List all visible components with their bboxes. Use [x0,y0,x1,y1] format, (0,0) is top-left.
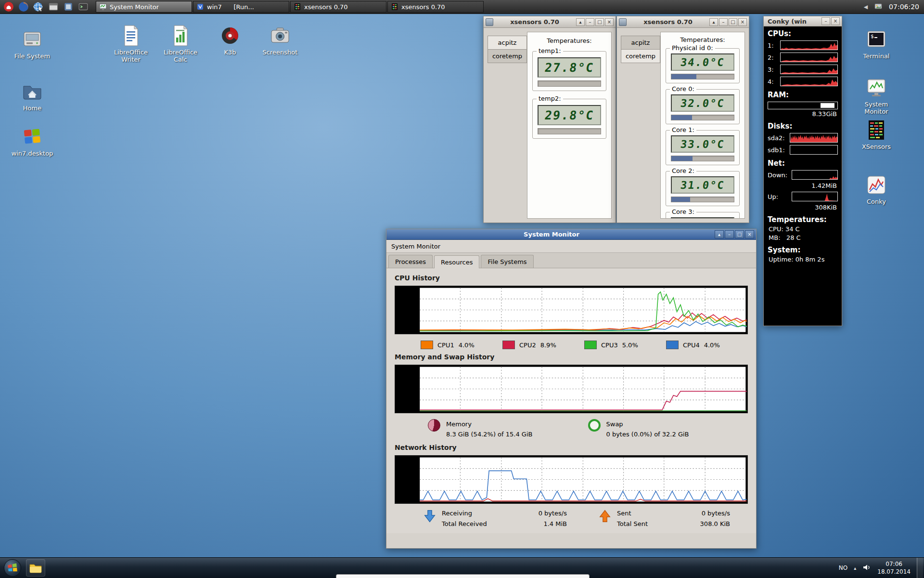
maximize-button[interactable]: □ [735,230,744,238]
tab-coretemp[interactable]: coretemp [488,49,527,63]
tab-processes[interactable]: Processes [388,255,433,268]
sda2-label: sda2: [768,134,790,142]
titlebar[interactable]: Conky (win – × [764,16,842,26]
show-desktop-button[interactable] [917,558,923,578]
tab-acpitz[interactable]: acpitz [621,36,660,50]
temperature-lcd: 29.8°C [538,105,601,125]
sensor-frame-physical-id-0: Physical id 0: 34.0°C [666,48,740,83]
sensor-chip-tabs: acpitz coretemp [621,32,660,219]
minimize-button[interactable]: – [725,230,734,238]
desktop-icon-file-system[interactable]: File System [9,28,55,60]
shade-button[interactable]: ▴ [709,18,718,26]
cpu1-swatch [421,341,433,349]
tab-coretemp[interactable]: coretemp [621,49,660,63]
maximize-button[interactable]: □ [595,18,604,26]
titlebar[interactable]: xsensors 0.70 ▴ – □ × [617,16,749,28]
titlebar[interactable]: System Monitor ▴ – □ × [386,229,756,240]
close-button[interactable]: × [605,18,614,26]
tray-expand-icon[interactable]: ▴ [854,565,856,571]
sensor-label: Core 0: [670,85,696,92]
desktop-icon-conky[interactable]: Conky [853,173,899,206]
xsensors-window-icon [391,3,398,11]
window-peek-strip[interactable] [336,574,590,578]
taskbar-explorer-button[interactable] [26,559,45,577]
titlebar[interactable]: xsensors 0.70 ▴ – □ × [484,16,616,28]
system-monitor-window: System Monitor ▴ – □ × System Monitor Pr… [386,229,757,549]
desktop-icon-terminal[interactable]: $ Terminal [853,28,899,60]
taskbar-clock[interactable]: 07:06 18.07.2014 [877,560,911,576]
panel-clock[interactable]: 07:06:20 [889,3,919,11]
file-system-icon [21,28,44,51]
task-button-system-monitor[interactable]: System Monitor [96,1,192,13]
menu-launcher-icon[interactable] [3,1,14,13]
desktop-icon-system-monitor[interactable]: System Monitor [853,76,899,116]
task-button-xsensors-2[interactable]: xsensors 0.70 [387,1,484,13]
desktop-icon-xsensors[interactable]: XSensors [853,118,899,151]
sensor-label: Physical id 0: [670,44,715,52]
desktop-icon-home[interactable]: Home [9,80,55,112]
svg-text:$: $ [871,33,874,39]
app-launcher-icon[interactable] [63,1,74,13]
cpu3-swatch [584,341,597,349]
firefox-launcher-icon[interactable] [18,1,29,13]
cpu2-value: 8.9% [540,342,556,349]
ram-bar [768,102,838,109]
home-folder-icon [21,80,44,103]
task-button-label: System Monitor [110,3,159,11]
sent-value: 0 bytes/s [684,510,730,517]
shade-button[interactable]: ▴ [715,230,724,238]
task-button-xsensors-1[interactable]: xsensors 0.70 [290,1,386,13]
web-browser-launcher-icon[interactable] [33,1,44,13]
menu-system-monitor[interactable]: System Monitor [391,243,440,250]
language-indicator[interactable]: NO [839,565,847,571]
close-button[interactable]: × [738,18,747,26]
tab-resources[interactable]: Resources [434,255,479,268]
temperature-lcd: 31.0°C [671,217,734,219]
window-list-launcher-icon[interactable] [48,1,59,13]
temperature-bar [538,80,601,87]
terminal-launcher-icon[interactable] [77,1,89,13]
panel-launchers [3,1,89,13]
windows-flag-icon [21,125,44,148]
task-button-win7[interactable]: win7 [Run... [193,1,289,13]
taskbar-window-buttons: System Monitor win7 [Run... xsensors 0.7… [96,1,484,13]
disks-heading: Disks: [768,122,838,131]
minimize-button[interactable]: – [586,18,594,26]
temperature-lcd: 31.0°C [671,176,734,194]
cpu-history-graph [395,286,748,334]
receiving-arrow-icon [424,510,436,523]
system-heading: System: [768,246,838,254]
desktop-icon-libreoffice-writer[interactable]: LibreOffice Writer [108,24,154,64]
memory-detail: 8.3 GiB (54.2%) of 15.4 GiB [446,429,532,439]
close-button[interactable]: × [831,17,840,25]
minimize-button[interactable]: – [821,17,830,25]
window-title: xsensors 0.70 [493,18,576,26]
memory-legend: Memory 8.3 GiB (54.2%) of 15.4 GiB Swap … [428,419,748,440]
volume-icon[interactable] [862,564,871,572]
temperatures-heading: Temperatures: [527,37,611,44]
desktop-icon-win7-desktop[interactable]: win7.desktop [9,125,55,158]
shade-button[interactable]: ▴ [576,18,585,26]
minimize-button[interactable]: – [719,18,728,26]
ram-heading: RAM: [768,91,838,99]
panel-collapse-arrow-icon[interactable]: ◀ [864,4,868,10]
close-button[interactable]: × [745,230,754,238]
start-button[interactable] [4,559,21,577]
desktop-icon-libreoffice-calc[interactable]: LibreOffice Calc [157,24,204,64]
memory-history-title: Memory and Swap History [395,353,748,361]
tab-acpitz[interactable]: acpitz [488,36,527,50]
sensor-label: Core 3: [670,208,696,215]
window-title: Conky (win [766,18,821,25]
screenshot-camera-icon [269,24,292,47]
desktop-icon-k3b[interactable]: K3b [207,24,253,56]
swap-pie-icon [588,419,601,432]
maximize-button[interactable]: □ [729,18,737,26]
cpu1-label: CPU1 [437,342,454,349]
task-button-label: xsensors 0.70 [304,3,348,11]
tab-file-systems[interactable]: File Systems [481,255,533,268]
libreoffice-calc-icon [169,24,192,47]
cpu2-row: 2: [768,53,838,62]
desktop-icon-screenshot[interactable]: Screenshot [257,24,303,56]
panel-tray-icon[interactable] [874,2,882,12]
taskbar-tray: NO ▴ 07:06 18.07.2014 [839,558,924,578]
